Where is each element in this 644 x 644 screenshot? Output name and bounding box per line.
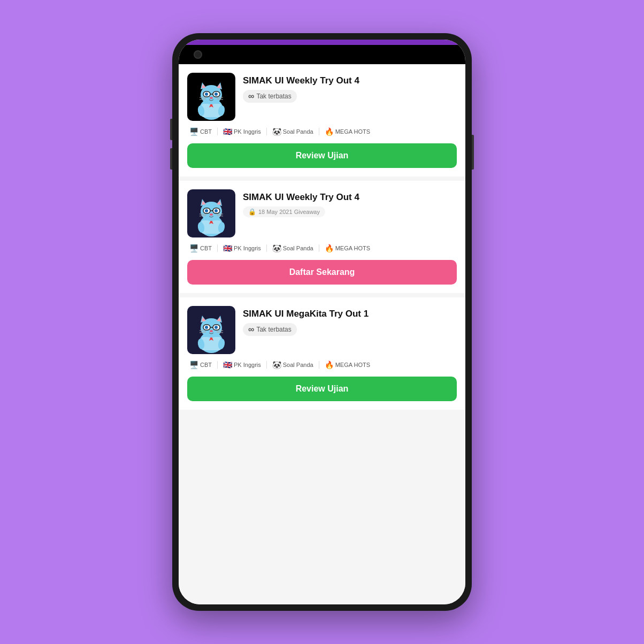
exam-card-3: SIMAK UI MegaKita Try Out 1 ∞ Tak terbat… <box>179 297 465 410</box>
divider-7 <box>217 361 218 369</box>
card-badge-1: ∞ Tak terbatas <box>243 90 297 103</box>
divider-2 <box>266 128 267 135</box>
panda-icon-1: 🐼 <box>272 127 281 136</box>
volume-down-button <box>170 148 172 170</box>
inggris-icon-2: 🇬🇧 <box>223 244 232 252</box>
svg-point-33 <box>210 213 213 216</box>
inggris-icon-3: 🇬🇧 <box>223 361 232 369</box>
cbt-icon-2: 🖥️ <box>189 244 198 252</box>
divider-3 <box>319 128 319 135</box>
camera-area <box>179 45 465 64</box>
svg-point-32 <box>214 209 218 212</box>
tag-inggris-2: 🇬🇧 PK Inggris <box>223 244 261 252</box>
tag-panda-3: 🐼 Soal Panda <box>272 361 313 369</box>
panda-label-1: Soal Panda <box>283 128 313 135</box>
cbt-label-3: CBT <box>200 362 212 368</box>
phone-screen: SIMAK UI Weekly Try Out 4 ∞ Tak terbatas… <box>179 40 465 604</box>
panda-label-2: Soal Panda <box>283 245 313 251</box>
svg-point-12 <box>214 93 218 96</box>
infinity-icon-3: ∞ <box>248 325 254 334</box>
panda-icon-2: 🐼 <box>272 244 281 252</box>
hots-label-2: MEGA HOTS <box>335 245 370 251</box>
tag-inggris-1: 🇬🇧 PK Inggris <box>223 127 261 136</box>
cbt-icon-3: 🖥️ <box>189 361 198 369</box>
hots-label-1: MEGA HOTS <box>335 128 370 135</box>
tags-row-2: 🖥️ CBT 🇬🇧 PK Inggris 🐼 Soal Panda <box>187 244 457 252</box>
cbt-label-1: CBT <box>200 128 212 135</box>
tag-cbt-3: 🖥️ CBT <box>189 361 212 369</box>
tag-cbt-2: 🖥️ CBT <box>189 244 212 252</box>
card-badge-2: 🔒 18 May 2021 Giveaway <box>243 206 325 217</box>
svg-point-11 <box>205 93 208 96</box>
tag-inggris-3: 🇬🇧 PK Inggris <box>223 361 261 369</box>
fire-icon-2: 🔥 <box>325 244 334 252</box>
cbt-icon-1: 🖥️ <box>189 127 198 136</box>
tag-hots-3: 🔥 MEGA HOTS <box>325 361 370 369</box>
inggris-label-3: PK Inggris <box>234 362 261 368</box>
fire-icon-3: 🔥 <box>325 361 334 369</box>
svg-point-51 <box>205 326 208 329</box>
fire-icon-1: 🔥 <box>325 127 334 136</box>
tag-cbt-1: 🖥️ CBT <box>189 127 212 136</box>
exam-card-1: SIMAK UI Weekly Try Out 4 ∞ Tak terbatas… <box>179 64 465 177</box>
hots-label-3: MEGA HOTS <box>335 362 370 368</box>
infinity-icon-1: ∞ <box>248 91 254 101</box>
volume-up-button <box>170 119 172 140</box>
card-info-3: SIMAK UI MegaKita Try Out 1 ∞ Tak terbat… <box>243 306 457 336</box>
divider-5 <box>266 244 267 252</box>
card-header-2: SIMAK UI Weekly Try Out 4 🔒 18 May 2021 … <box>187 189 457 237</box>
divider-8 <box>266 361 267 369</box>
tag-hots-2: 🔥 MEGA HOTS <box>325 244 370 252</box>
badge-text-3: Tak terbatas <box>256 326 291 333</box>
svg-point-31 <box>205 209 208 212</box>
power-button <box>472 135 474 170</box>
divider-1 <box>217 128 218 135</box>
card-info-1: SIMAK UI Weekly Try Out 4 ∞ Tak terbatas <box>243 73 457 103</box>
review-button-1[interactable]: Review Ujian <box>187 143 457 168</box>
panda-label-3: Soal Panda <box>283 362 313 368</box>
card-info-2: SIMAK UI Weekly Try Out 4 🔒 18 May 2021 … <box>243 189 457 217</box>
divider-6 <box>319 244 319 252</box>
phone-frame: SIMAK UI Weekly Try Out 4 ∞ Tak terbatas… <box>172 33 472 611</box>
tag-panda-1: 🐼 Soal Panda <box>272 127 313 136</box>
daftar-button-2[interactable]: Daftar Sekarang <box>187 260 457 285</box>
card-image-2 <box>187 189 235 237</box>
review-button-3[interactable]: Review Ujian <box>187 377 457 401</box>
svg-point-53 <box>210 330 213 332</box>
status-bar <box>179 40 465 45</box>
main-scroll-area[interactable]: SIMAK UI Weekly Try Out 4 ∞ Tak terbatas… <box>179 64 465 604</box>
divider-9 <box>319 361 319 369</box>
lock-icon-2: 🔒 <box>248 208 256 216</box>
card-image-1 <box>187 73 235 121</box>
card-header-1: SIMAK UI Weekly Try Out 4 ∞ Tak terbatas <box>187 73 457 121</box>
badge-text-1: Tak terbatas <box>256 93 291 100</box>
card-header-3: SIMAK UI MegaKita Try Out 1 ∞ Tak terbat… <box>187 306 457 354</box>
card-image-3 <box>187 306 235 354</box>
inggris-icon-1: 🇬🇧 <box>223 127 232 136</box>
card-title-1: SIMAK UI Weekly Try Out 4 <box>243 75 457 87</box>
panda-icon-3: 🐼 <box>272 361 281 369</box>
tag-hots-1: 🔥 MEGA HOTS <box>325 127 370 136</box>
front-camera <box>194 50 202 59</box>
tag-panda-2: 🐼 Soal Panda <box>272 244 313 252</box>
cbt-label-2: CBT <box>200 245 212 251</box>
inggris-label-1: PK Inggris <box>234 128 261 135</box>
exam-card-2: SIMAK UI Weekly Try Out 4 🔒 18 May 2021 … <box>179 181 465 293</box>
tags-row-1: 🖥️ CBT 🇬🇧 PK Inggris 🐼 Soal Panda <box>187 127 457 136</box>
inggris-label-2: PK Inggris <box>234 245 261 251</box>
card-title-3: SIMAK UI MegaKita Try Out 1 <box>243 308 457 320</box>
divider-4 <box>217 244 218 252</box>
svg-point-52 <box>214 326 218 329</box>
card-title-2: SIMAK UI Weekly Try Out 4 <box>243 191 457 203</box>
tags-row-3: 🖥️ CBT 🇬🇧 PK Inggris 🐼 Soal Panda <box>187 361 457 369</box>
badge-text-2: 18 May 2021 Giveaway <box>258 209 320 215</box>
card-badge-3: ∞ Tak terbatas <box>243 323 297 336</box>
svg-point-13 <box>210 97 213 99</box>
